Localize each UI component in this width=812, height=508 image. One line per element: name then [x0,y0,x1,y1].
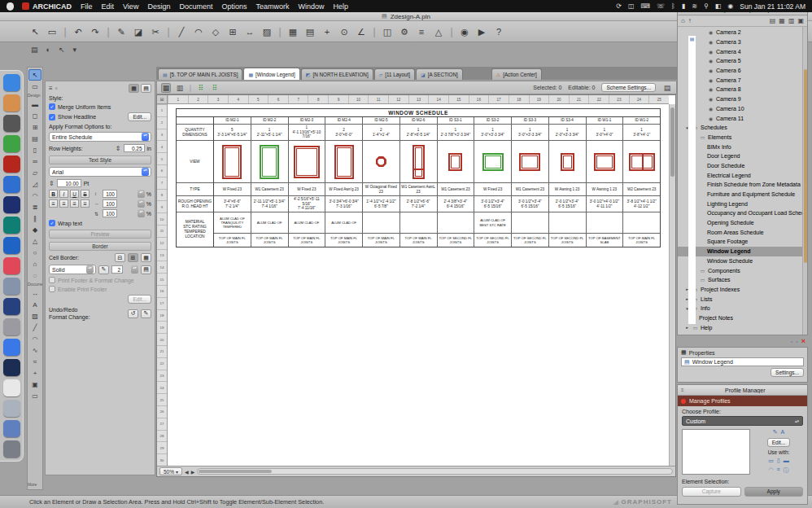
pen-icon[interactable]: ✎ [98,265,109,274]
scissors-icon[interactable]: ✂ [150,26,161,37]
door-tool-icon[interactable]: ◻ [28,110,41,121]
separator[interactable]: | [373,26,376,37]
dimension-icon[interactable]: ↔ [244,26,255,37]
navigator-item[interactable]: ▸ Components [678,265,807,275]
schedule-column[interactable]: ID M2-4 2 3'-0"×6'-0" W Fixed Awn'g 23 [325,117,363,247]
phone-icon[interactable]: ☏ [657,2,665,10]
sync-icon[interactable]: ⟳ [616,2,622,10]
navigator-item[interactable]: Camera 8 [678,85,807,94]
navigator-item[interactable]: Project Notes [678,313,807,323]
headline-edit-button[interactable]: Edit... [128,112,151,121]
list-view-icon[interactable]: ≡ [416,26,427,37]
dock-app-icon-19[interactable] [3,440,20,458]
separator[interactable]: | [63,26,67,37]
border-all-icon[interactable]: ▦ [141,253,151,262]
window-tool-icon[interactable]: ⊞ [28,121,41,133]
wrap-text-checkbox[interactable]: ✓ [49,220,55,226]
spacing-stepper-icon[interactable]: ▴▾ [138,199,145,208]
dock-app-icon-17[interactable] [3,400,20,417]
dock-app-icon-11[interactable] [3,278,20,295]
properties-grid-icon[interactable]: ▦ [681,349,687,356]
navigator-item[interactable]: Window Schedule [678,256,807,266]
undo-format-icon[interactable]: ↺ [128,309,138,318]
marquee-tool-icon[interactable]: ▭ [28,81,41,92]
toolbox-section-design[interactable]: Design [28,92,42,99]
beam-icon[interactable]: ▬ [784,458,789,464]
navigator-item[interactable]: Furniture and Equipment Schedule [678,190,807,199]
font-style-button[interactable]: I [59,190,68,198]
navigator-item[interactable]: Camera 11 [678,113,807,123]
navigator-item[interactable]: Occupancy and Occupant Load Schedule [678,208,807,218]
separator[interactable]: | [278,26,282,37]
column-icon[interactable]: ▯ [777,458,780,464]
project-chooser-icon[interactable]: ⌂ [681,17,685,24]
border-horizontal-icon[interactable]: ⊞ [128,253,138,262]
project-map-icon[interactable]: ▤ [770,17,776,24]
figure-tool-icon[interactable]: ▣ [28,379,41,390]
info-icon[interactable]: ⓘ [784,466,789,475]
display-icon[interactable]: ◫ [628,2,635,10]
pen-weight-field[interactable]: 2 [111,265,123,274]
schedule-column[interactable]: ID M2-2 1 2'-11"×5'-1 1/4" W1 Casement 2… [251,117,289,247]
toolbox-section-more[interactable]: More [28,481,42,488]
up-icon[interactable]: ↑ [688,17,692,24]
navigator-item[interactable]: Finish Schedule from Zone Metadata [678,180,807,190]
schedule-column[interactable]: ID S3-1 1 2'-3 7/8"×3'-3 3/4" W1 Casemen… [438,117,475,247]
app-menu[interactable]: ARCHICAD [22,2,72,11]
font-dropdown[interactable]: Arial ▴▾ [49,167,151,177]
navigator-item[interactable]: ▾ Info [678,304,807,313]
redo-format-icon[interactable]: ✎ [141,309,151,318]
text-style-section[interactable]: Text Style [49,155,151,164]
arc-tool-icon[interactable]: ◠ [28,333,41,344]
view-tab[interactable]: ⚠ [Action Center] [491,68,542,80]
menu-item[interactable]: File [81,2,93,11]
dock-app-icon-1[interactable] [3,74,20,91]
wall-icon[interactable]: ▭ [768,458,774,464]
panel-menu-icon[interactable]: ≡ [49,85,53,92]
print-footer-checkbox[interactable] [49,277,55,283]
view-map-icon[interactable]: ▦ [779,17,785,24]
column-display-icon[interactable]: ⠿ [196,84,206,92]
pen-set-icon[interactable]: ▤ [304,26,316,37]
publish-icon[interactable]: ▶ [476,26,487,37]
view-tab[interactable]: ▱ [11 Layout] [374,68,415,80]
dock-app-icon-9[interactable] [3,237,20,254]
wall-tool-icon[interactable]: ▬ [28,99,41,110]
polyline-tool-icon[interactable]: ∿ [28,344,41,356]
caret-down-icon[interactable]: ▾ [73,46,77,54]
view-tab[interactable]: ◩ [N NORTH ELEVATION] [301,68,373,80]
scroll-right-icon[interactable]: ▶ [191,469,195,475]
menu-item[interactable]: Window [298,2,324,11]
schedule-table-view-icon[interactable]: ▦ [161,83,171,93]
lamp-tool-icon[interactable]: ◌ [28,269,41,281]
drawing-tool-icon[interactable]: ▭ [28,390,41,401]
row-height-field[interactable]: 0.25 [124,144,145,152]
dock-app-icon-3[interactable] [3,115,20,132]
navigator-item[interactable]: Lighting Legend [678,199,807,208]
separator[interactable]: | [167,26,170,37]
navigator-item[interactable]: BIMx Info [678,142,807,151]
menu-clock[interactable]: Sun Jan 21 11:02 AM [740,2,805,11]
font-style-button[interactable]: B [49,190,58,198]
horizontal-scrollbar[interactable] [197,468,673,475]
pen-icon[interactable]: ✎ [773,429,778,436]
navigator-item[interactable]: ▸ Project Indexes [678,285,807,295]
dock-app-icon-7[interactable] [3,196,20,213]
menu-item[interactable]: Edit [102,2,115,11]
options-icon[interactable]: ▤ [31,46,38,54]
navigator-item[interactable]: Camera 10 [678,104,807,114]
redo-icon[interactable]: ↷ [89,26,101,37]
settings-gear-icon[interactable]: ⚙ [399,26,410,37]
apply-button[interactable]: Apply [744,487,804,497]
dock-acrobat-icon[interactable] [3,155,20,173]
navigator-item[interactable]: Camera 2 [678,28,807,37]
navigator-item[interactable]: Camera 3 [678,37,807,47]
shell-icon[interactable]: ◠ [768,466,773,475]
expand-palette-icon[interactable]: ▫ [796,339,797,344]
hatch-icon[interactable]: ▨ [261,26,273,37]
object-tool-icon[interactable]: ⌂ [28,258,41,269]
profile-edit-button[interactable]: Edit... [767,438,791,447]
beam-tool-icon[interactable]: ═ [28,155,41,167]
schedule-column[interactable]: ID M2-6 1 2'-8"×6'-5 1/4" W1 Casement Aw… [400,117,438,247]
schedule-column[interactable]: ID W1-2 1 3'-8"×4'-1" W2 Casement 23 [623,117,660,247]
